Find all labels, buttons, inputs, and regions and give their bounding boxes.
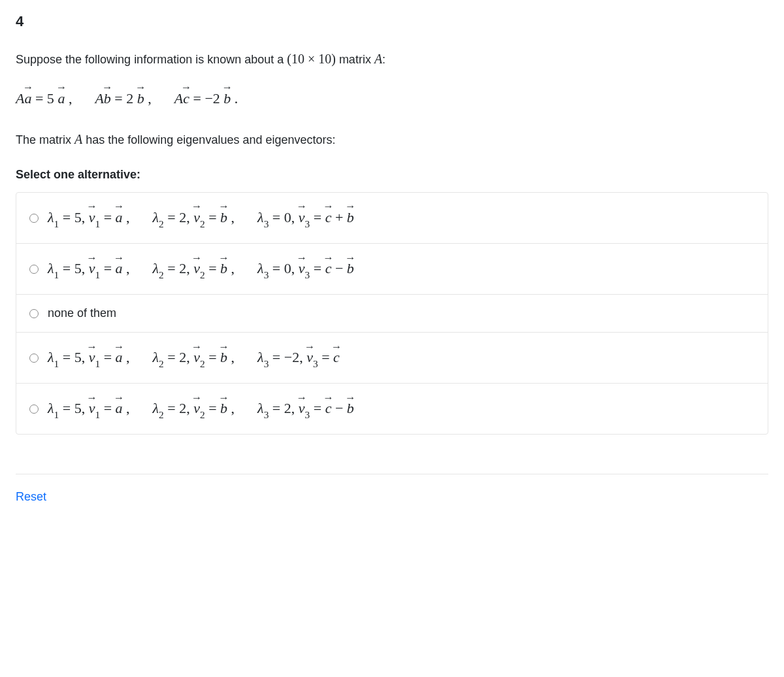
v: v [89, 395, 95, 421]
line2-pre: The matrix [16, 133, 74, 146]
option-4[interactable]: λ1 = 5, v1 = a , λ2 = 2, v2 = b , λ3 = −… [16, 333, 768, 384]
lambda: λ [48, 260, 54, 276]
v: v [89, 344, 95, 371]
sub: 1 [54, 269, 59, 280]
v: v [306, 344, 313, 371]
sub: 1 [54, 218, 59, 229]
eq: = 2, [164, 400, 193, 416]
v: v [299, 205, 305, 231]
eq1-eq: = 5 [31, 90, 54, 107]
vec: a [116, 395, 123, 421]
sub: 1 [54, 409, 59, 420]
v: v [193, 256, 200, 282]
vec: b [347, 256, 354, 282]
sub: 3 [264, 358, 269, 369]
sub: 1 [95, 409, 100, 420]
vec: b [220, 256, 227, 282]
question-prompt: Suppose the following information is kno… [16, 48, 768, 69]
lambda: λ [48, 209, 54, 225]
eq2-eq: = 2 [111, 90, 133, 107]
matrix-name: A [374, 52, 382, 66]
options-list: λ1 = 5, v1 = a , λ2 = 2, v2 = b , λ3 = 0… [16, 192, 768, 435]
vec: b [220, 205, 227, 231]
lambda: λ [153, 209, 159, 225]
vec: a [116, 256, 123, 282]
eq: = 2, [164, 349, 193, 365]
eq1-lhs-vec: a [24, 88, 31, 109]
lambda: λ [257, 400, 264, 416]
option-3-text: none of them [48, 306, 116, 320]
eq: = 2, [164, 209, 193, 225]
line2: The matrix A has the following eigenvalu… [16, 129, 768, 150]
sub: 2 [159, 269, 164, 280]
v: v [299, 395, 305, 421]
vec: a [116, 344, 123, 371]
lambda: λ [257, 349, 264, 365]
option-1-text: λ1 = 5, v1 = a , λ2 = 2, v2 = b , λ3 = 0… [48, 205, 354, 231]
lambda: λ [257, 209, 264, 225]
eq: = 2, [269, 400, 298, 416]
vec: b [220, 344, 227, 371]
sub: 1 [95, 218, 100, 229]
eq: = 5, [59, 349, 88, 365]
line2-post: has the following eigenvalues and eigenv… [82, 133, 335, 146]
v: v [89, 205, 95, 231]
lambda: λ [48, 400, 54, 416]
sub: 2 [159, 409, 164, 420]
v: v [299, 256, 305, 282]
eq: = 0, [269, 209, 298, 225]
eq2-rhs-vec: b [137, 88, 144, 109]
radio-icon[interactable] [29, 405, 39, 414]
vec: a [116, 205, 123, 231]
sub: 1 [95, 358, 100, 369]
lambda: λ [153, 349, 159, 365]
sub: 3 [264, 218, 269, 229]
sub: 3 [313, 358, 318, 369]
prompt-mid: matrix [336, 53, 374, 66]
option-1[interactable]: λ1 = 5, v1 = a , λ2 = 2, v2 = b , λ3 = 0… [16, 193, 768, 244]
option-5[interactable]: λ1 = 5, v1 = a , λ2 = 2, v2 = b , λ3 = 2… [16, 384, 768, 434]
reset-button[interactable]: Reset [16, 490, 46, 503]
vec: b [347, 395, 354, 421]
eq: = 0, [269, 260, 298, 276]
lambda: λ [153, 400, 159, 416]
sub: 1 [54, 358, 59, 369]
sub: 2 [200, 218, 205, 229]
lambda: λ [257, 260, 264, 276]
sub: 3 [305, 269, 310, 280]
lambda: λ [153, 260, 159, 276]
sub: 2 [200, 409, 205, 420]
radio-icon[interactable] [29, 354, 39, 363]
eq: = 5, [59, 400, 88, 416]
option-2[interactable]: λ1 = 5, v1 = a , λ2 = 2, v2 = b , λ3 = 0… [16, 244, 768, 295]
eq: = −2, [269, 349, 306, 365]
v: v [193, 344, 200, 371]
v: v [89, 256, 95, 282]
eq3-lhs-vec: c [183, 88, 189, 109]
matrix-dim: (10 × 10) [287, 52, 336, 66]
option-5-text: λ1 = 5, v1 = a , λ2 = 2, v2 = b , λ3 = 2… [48, 395, 354, 422]
question-number: 4 [16, 13, 768, 30]
select-label: Select one alternative: [16, 168, 768, 182]
radio-icon[interactable] [29, 265, 39, 274]
prompt-post: : [382, 53, 385, 66]
eq: = 5, [59, 209, 88, 225]
sub: 2 [200, 358, 205, 369]
prompt-pre: Suppose the following information is kno… [16, 53, 287, 66]
vec: b [347, 205, 354, 231]
eq3-eq: = −2 [189, 90, 220, 107]
sub: 2 [200, 269, 205, 280]
line2-matrix: A [74, 132, 82, 146]
radio-icon[interactable] [29, 309, 39, 318]
sub: 2 [159, 358, 164, 369]
reset-row: Reset [16, 474, 768, 504]
option-3[interactable]: none of them [16, 295, 768, 333]
option-2-text: λ1 = 5, v1 = a , λ2 = 2, v2 = b , λ3 = 0… [48, 256, 354, 282]
eq3-rhs-vec: b [223, 88, 231, 109]
radio-icon[interactable] [29, 214, 39, 223]
vec: c [325, 256, 332, 282]
sub: 3 [305, 409, 310, 420]
v: v [193, 395, 200, 421]
sub: 3 [264, 409, 269, 420]
vec: c [333, 344, 340, 371]
